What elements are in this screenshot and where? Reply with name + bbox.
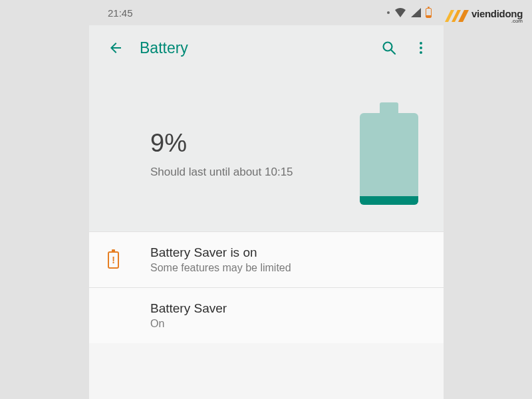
list-item-title: Battery Saver is on [150,245,291,260]
list-item-subtitle: On [150,318,227,330]
status-bar: 21:45 x [89,0,444,25]
battery-saver-notice-item[interactable]: ! Battery Saver is on Some features may … [89,231,444,287]
battery-level-icon [360,102,418,205]
search-icon [381,40,397,56]
back-arrow-icon [108,40,124,56]
battery-summary: 9% Should last until about 10:15 [89,70,444,231]
app-bar: Battery [89,25,444,70]
status-time: 21:45 [108,7,133,19]
status-icons: x [387,8,432,18]
battery-alert-icon: ! [108,251,119,269]
svg-text:x: x [418,13,421,17]
more-options-button[interactable] [405,32,437,64]
list-item-subtitle: Some features may be limited [150,262,291,274]
notification-dot-icon [387,11,390,14]
battery-percentage: 9% [150,129,293,158]
svg-point-4 [420,47,422,49]
svg-point-5 [420,51,422,54]
svg-line-2 [391,50,395,54]
svg-point-3 [420,42,422,45]
cellular-icon: x [411,8,421,17]
battery-saver-setting-item[interactable]: Battery Saver On [89,287,444,343]
watermark: viendidong .com [445,8,523,24]
wifi-icon [394,8,406,17]
watermark-logo-icon [445,9,469,23]
page-title: Battery [140,39,373,57]
search-button[interactable] [373,32,405,64]
list-item-title: Battery Saver [150,301,227,316]
more-vert-icon [413,40,429,56]
battery-low-icon [426,8,432,18]
battery-estimate: Should last until about 10:15 [150,166,293,179]
back-button[interactable] [102,35,129,61]
phone-screen: 21:45 x Battery 9% Should last until abo… [89,0,444,399]
